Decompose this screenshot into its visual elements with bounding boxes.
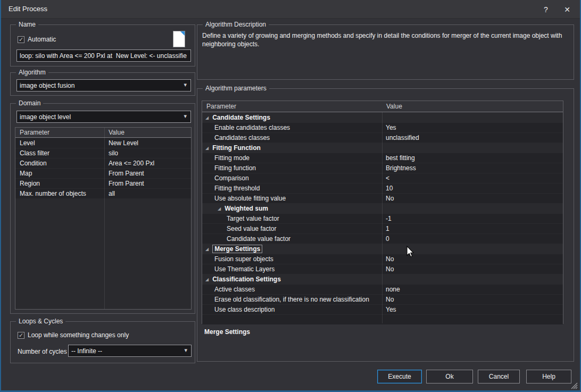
expander-icon[interactable]: ◢: [205, 146, 209, 151]
param-row[interactable]: Comparison<: [202, 173, 563, 183]
param-row[interactable]: Fusion super objectsNo: [202, 254, 563, 264]
process-name-input[interactable]: [16, 49, 191, 62]
cancel-button[interactable]: Cancel: [478, 370, 520, 383]
param-row[interactable]: Candidate value factor0: [202, 233, 563, 244]
param-value: best fitting: [382, 153, 563, 163]
param-row[interactable]: Candidates classesunclassified: [202, 132, 563, 143]
loop-checkbox-row[interactable]: ✓ Loop while something changes only: [18, 331, 129, 339]
help-icon[interactable]: ?: [538, 4, 553, 15]
param-row[interactable]: Seed value factor1: [202, 223, 563, 233]
param-row[interactable]: Use Thematic LayersNo: [202, 264, 563, 274]
domain-table-row[interactable]: ConditionArea <= 200 Pxl: [15, 158, 191, 168]
param-row[interactable]: Enable candidates classesYes: [202, 122, 563, 132]
algorithm-description-text: Define a variety of growing and merging …: [202, 31, 570, 48]
algorithm-selected-value: image object fusion: [20, 82, 74, 89]
loop-checkbox-label: Loop while something changes only: [28, 331, 129, 339]
param-row[interactable]: Erase old classification, if there is no…: [202, 294, 563, 304]
expander-icon[interactable]: ◢: [218, 206, 221, 211]
domain-select[interactable]: image object level ▾: [16, 111, 191, 123]
param-value: unclassified: [382, 133, 563, 143]
param-label: Fitting threshold: [214, 185, 260, 192]
param-row[interactable]: Fitting threshold10: [202, 183, 563, 193]
param-value: Brightness: [382, 163, 563, 173]
parameters-table-header: Parameter Value: [202, 101, 563, 112]
param-column-divider: [382, 112, 383, 323]
ok-button[interactable]: Ok: [426, 370, 473, 383]
param-row[interactable]: Fitting modebest fitting: [202, 153, 563, 163]
param-label: Merge Settings: [212, 245, 262, 253]
param-label: Target value factor: [227, 215, 279, 222]
param-group-row[interactable]: ◢Fitting Function: [202, 143, 563, 153]
param-value: [382, 143, 563, 153]
domain-table-row[interactable]: MapFrom Parent: [15, 168, 191, 178]
domain-table-row[interactable]: LevelNew Level: [15, 138, 191, 148]
param-value: Yes: [382, 305, 563, 314]
selected-group-footer-label: Merge Settings: [204, 328, 250, 336]
param-label: Erase old classification, if there is no…: [214, 296, 369, 303]
param-value: -1: [382, 214, 563, 223]
algorithm-select[interactable]: image object fusion ▾: [16, 79, 191, 91]
cycles-selected-value: -- Infinite --: [71, 347, 102, 355]
domain-table-row[interactable]: Class filtersilo: [15, 148, 191, 158]
param-value: [382, 315, 563, 324]
execute-button[interactable]: Execute: [377, 370, 422, 383]
loops-group: Loops & Cycles ✓ Loop while something ch…: [10, 321, 195, 363]
param-label: Enable candidates classes: [214, 124, 290, 131]
param-value: No: [382, 194, 563, 203]
edit-process-dialog: Edit Process ? ✕ Name ✓ Automatic Algori…: [0, 0, 581, 392]
titlebar[interactable]: Edit Process ? ✕: [0, 0, 581, 19]
param-value: none: [382, 285, 563, 294]
param-col-value: Value: [382, 101, 406, 112]
param-row[interactable]: Use class descriptionYes: [202, 304, 563, 314]
name-group-label: Name: [16, 21, 38, 28]
automatic-label: Automatic: [28, 36, 56, 43]
close-icon[interactable]: ✕: [560, 4, 575, 15]
param-group-row[interactable]: ◢Merge Settings: [202, 244, 563, 254]
domain-column-divider: [104, 128, 105, 309]
checkmark-icon: ✓: [19, 332, 23, 338]
param-value: [382, 113, 563, 122]
param-value: No: [382, 264, 563, 274]
param-group-row[interactable]: ◢Classification Settings: [202, 274, 563, 284]
param-value: No: [382, 254, 563, 264]
domain-table-rows: LevelNew LevelClass filtersiloConditionA…: [15, 138, 191, 198]
automatic-checkbox-row[interactable]: ✓ Automatic: [18, 36, 56, 43]
param-group-row[interactable]: ◢Candidate Settings: [202, 112, 563, 122]
param-row[interactable]: Use absolute fitting valueNo: [202, 193, 563, 203]
domain-table-header: Parameter Value: [15, 128, 191, 138]
param-label: Fitting mode: [214, 154, 250, 162]
loop-checkbox[interactable]: ✓: [18, 332, 24, 339]
param-label: Candidate value factor: [227, 235, 290, 243]
automatic-checkbox[interactable]: ✓: [18, 36, 24, 43]
expander-icon[interactable]: ◢: [205, 115, 209, 120]
expander-icon[interactable]: ◢: [205, 277, 209, 282]
parameters-table-rows: ◢Candidate SettingsEnable candidates cla…: [202, 112, 563, 324]
expander-icon[interactable]: ◢: [205, 247, 209, 252]
parameters-table: Parameter Value ◢Candidate SettingsEnabl…: [202, 101, 563, 324]
param-label: Seed value factor: [227, 225, 276, 232]
domain-col-parameter: Parameter: [15, 128, 104, 137]
new-document-icon[interactable]: [173, 31, 185, 47]
name-group: Name ✓ Automatic: [10, 24, 195, 66]
number-of-cycles-select[interactable]: -- Infinite -- ▾: [68, 345, 192, 357]
param-row[interactable]: Fitting functionBrightness: [202, 163, 563, 173]
resize-grip[interactable]: [569, 381, 578, 389]
algorithm-parameters-label: Algorithm parameters: [203, 85, 269, 92]
param-label: Fitting function: [214, 164, 256, 172]
param-col-parameter: Parameter: [202, 101, 382, 112]
domain-table-row[interactable]: RegionFrom Parent: [15, 178, 191, 188]
param-row[interactable]: Active classesnone: [202, 284, 563, 294]
param-value: 10: [382, 184, 563, 193]
param-row[interactable]: [202, 314, 563, 324]
domain-group: Domain image object level ▾ Parameter Va…: [10, 103, 195, 314]
domain-table-row[interactable]: Max. number of objectsall: [15, 188, 191, 198]
param-value: [382, 274, 563, 284]
help-button[interactable]: Help: [526, 370, 571, 383]
param-value: 1: [382, 224, 563, 233]
param-label: Use absolute fitting value: [214, 195, 286, 202]
param-value: <: [382, 173, 563, 183]
param-group-row[interactable]: ◢Weighted sum: [202, 203, 563, 213]
chevron-down-icon: ▾: [184, 347, 187, 354]
param-row[interactable]: Target value factor-1: [202, 213, 563, 223]
domain-selected-value: image object level: [20, 113, 71, 121]
